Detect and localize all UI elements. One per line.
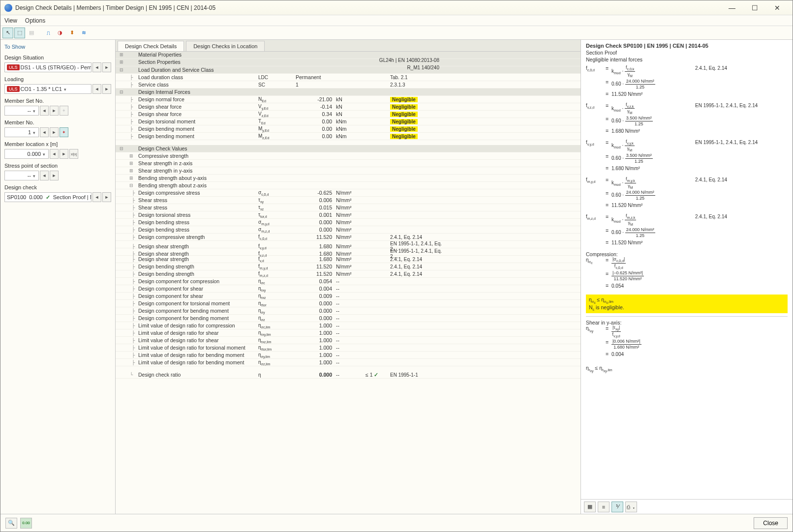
center-panel: Design Check Details Design Checks in Lo… — [116, 40, 581, 514]
tool-section-icon[interactable]: ⎍ — [43, 28, 54, 38]
tool-beam-icon[interactable]: ≋ — [78, 28, 89, 38]
member-set-input[interactable]: -- — [4, 106, 39, 116]
table-row: ├Design bending stressσm,z,d0.000N/mm² — [116, 226, 580, 234]
loading-label: Loading — [4, 76, 111, 82]
table-row: ├Design component for shearητxz0.009-- — [116, 293, 580, 300]
footer-help-icon[interactable]: 🔍 — [5, 518, 17, 529]
table-row: ├Limit value of design ratio for compres… — [116, 322, 580, 329]
table-row: ├Design torsional stressτtor,d0.001N/mm² — [116, 211, 580, 219]
tab-details[interactable]: Design Check Details — [118, 41, 184, 51]
compression-highlight: ησc ≤ ησc,lim Nc is negligible. — [586, 295, 788, 314]
shear-heading: Shear in y-axis: — [586, 320, 788, 325]
table-row: ├Limit value of design ratio for torsion… — [116, 344, 580, 352]
table-row: ├Design bending momentMy,Ed0.00kNmNeglig… — [116, 125, 580, 133]
subsection-row[interactable]: ⊞Shear strength in y-axis — [116, 167, 580, 175]
member-loc-xixj-icon[interactable]: xi|xj — [69, 149, 78, 159]
table-row: ├Design component for shearητxy0.004-- — [116, 285, 580, 293]
formula-sub1: Section Proof — [581, 50, 793, 57]
formula-tool-page-icon[interactable]: ▦ — [584, 502, 596, 512]
equation-block: fv,z,d= kmod · fv,z,kγM EN 1995-1-1, 2.4… — [586, 103, 788, 135]
member-loc-next[interactable]: ► — [60, 149, 68, 159]
section-check-values[interactable]: ⊟ Design Check Values — [116, 145, 580, 152]
table-row: ├Design component for torsional momentητ… — [116, 300, 580, 307]
footer-units-icon[interactable]: 0.00 — [20, 518, 32, 529]
tab-location[interactable]: Design Checks in Location — [186, 41, 265, 51]
formula-tool-frac-icon[interactable]: ⅟ — [611, 502, 623, 512]
loading-next[interactable]: ► — [102, 84, 111, 94]
loading-prev[interactable]: ◄ — [92, 84, 101, 94]
final-ratio-row: └ Design check ratio η 0.000 -- ≤ 1 ✓ EN… — [116, 371, 580, 379]
formula-title: Design Check SP0100 | EN 1995 | CEN | 20… — [581, 40, 793, 50]
details-grid: ⊞ Material Properties GL24h | EN 14080:2… — [116, 52, 580, 514]
formula-content: fc,0,d= kmod · fc,0,kγM 2.4.1, Eq. 2.14 … — [581, 63, 793, 499]
member-loc-input[interactable]: 0.000 — [4, 149, 49, 159]
formula-tool-print-icon[interactable]: ⎙ ▾ — [625, 502, 637, 512]
equation-block: fv,y,d= kmod · fv,y,kγM EN 1995-1-1, 2.4… — [586, 140, 788, 172]
member-set-pick-icon[interactable]: ✦ — [60, 106, 68, 116]
subsection-row[interactable]: ⊞Compressive strength — [116, 152, 580, 160]
stress-point-prev[interactable]: ◄ — [40, 171, 49, 180]
table-row: ├Limit value of design ratio for bending… — [116, 359, 580, 366]
member-no-input[interactable]: 1 — [4, 127, 39, 137]
member-loc-label: Member location x [m] — [4, 141, 111, 147]
member-loc-prev[interactable]: ◄ — [50, 149, 59, 159]
table-row: ├Design shear strengthfv,y,d1.680N/mm²EN… — [116, 241, 580, 248]
table-row: ├Design bending strengthfm,z,d11.520N/mm… — [116, 270, 580, 278]
design-check-label: Design check — [4, 184, 111, 190]
member-set-prev[interactable]: ◄ — [40, 106, 49, 116]
table-row: ├Design shear forceVy,Ed-0.14kNNegligibl… — [116, 103, 580, 111]
design-situation-next[interactable]: ► — [102, 62, 111, 72]
design-situation-prev[interactable]: ◄ — [92, 62, 101, 72]
close-button[interactable]: Close — [754, 517, 788, 529]
menu-options[interactable]: Options — [25, 17, 45, 24]
formula-panel: Design Check SP0100 | EN 1995 | CEN | 20… — [581, 40, 793, 514]
member-set-label: Member Set No. — [4, 98, 111, 104]
titlebar: Design Check Details | Members | Timber … — [0, 0, 793, 15]
table-row: ├Limit value of design ratio for shearητ… — [116, 329, 580, 337]
design-check-select[interactable]: SP0100 0.000 ✓ Section Proof | N... — [4, 192, 92, 202]
formula-sub2: Negligible internal forces — [581, 57, 793, 63]
formula-toolbar: ▦ ≡ ⅟ ⎙ ▾ — [581, 499, 793, 514]
table-row: ├Design shear strengthfv,z,d1.680N/mm²EN… — [116, 248, 580, 256]
formula-tool-eq-icon[interactable]: ≡ — [598, 502, 610, 512]
subsection-row[interactable]: ⊟Bending strength about z-axis — [116, 182, 580, 189]
member-no-pick-icon[interactable]: ✦ — [60, 127, 68, 137]
member-no-label: Member No. — [4, 119, 111, 125]
table-row: ├Load duration classLDCPermanentTab. 2.1 — [116, 74, 580, 81]
table-row: ├Design bending momentMz,Ed0.00kNmNeglig… — [116, 133, 580, 140]
minimize-button[interactable]: — — [721, 0, 743, 15]
menu-view[interactable]: View — [4, 17, 17, 24]
stress-point-next[interactable]: ► — [50, 171, 59, 180]
table-row: ├Design compressive stressσc,0,d-0.625N/… — [116, 189, 580, 197]
table-row: ├Design bending stressσm,y,d0.000N/mm² — [116, 219, 580, 226]
tool-member-icon[interactable]: ⬍ — [66, 28, 77, 38]
loading-select[interactable]: ULSCO1 - 1.35 * LC1 — [4, 84, 92, 94]
close-window-button[interactable]: ✕ — [766, 0, 789, 15]
member-no-next[interactable]: ► — [50, 127, 59, 137]
stress-point-input[interactable]: -- — [4, 171, 39, 180]
table-row: ├Design torsional momentTEd0.00kNmNeglig… — [116, 118, 580, 125]
table-row: ├Design component for bending momentησy0… — [116, 307, 580, 315]
design-check-next[interactable]: ► — [102, 192, 111, 202]
table-row: ├Design component for bending momentησz0… — [116, 315, 580, 322]
tabs: Design Check Details Design Checks in Lo… — [116, 40, 580, 52]
section-material[interactable]: ⊞ Material Properties GL24h | EN 14080:2… — [116, 52, 580, 59]
subsection-row[interactable]: ⊞Shear strength in z-axis — [116, 160, 580, 167]
sidebar: To Show Design Situation ULSDS1 - ULS (S… — [0, 40, 116, 514]
sidebar-header: To Show — [4, 42, 111, 51]
maximize-button[interactable]: ☐ — [743, 0, 766, 15]
tool-sheet-icon[interactable]: ▤ — [26, 28, 37, 38]
section-internal-forces[interactable]: ⊟ Design Internal Forces — [116, 89, 580, 96]
design-check-prev[interactable]: ◄ — [92, 192, 101, 202]
stress-point-label: Stress point of section — [4, 163, 111, 169]
table-row: ├Service classSC12.3.1.3 — [116, 81, 580, 89]
subsection-row[interactable]: ⊞Bending strength about y-axis — [116, 175, 580, 182]
table-row: ├Design bending strengthfm,y,d11.520N/mm… — [116, 263, 580, 270]
design-situation-select[interactable]: ULSDS1 - ULS (STR/GEO) - Permane... — [4, 62, 92, 72]
tool-select-icon[interactable]: ⬚ — [14, 28, 25, 38]
tool-cursor-icon[interactable]: ↖ — [2, 28, 13, 38]
tool-stress-icon[interactable]: ◑ — [55, 28, 65, 38]
member-set-next[interactable]: ► — [50, 106, 59, 116]
table-row: ├Shear stressτxy0.006N/mm² — [116, 197, 580, 204]
member-no-prev[interactable]: ◄ — [40, 127, 49, 137]
